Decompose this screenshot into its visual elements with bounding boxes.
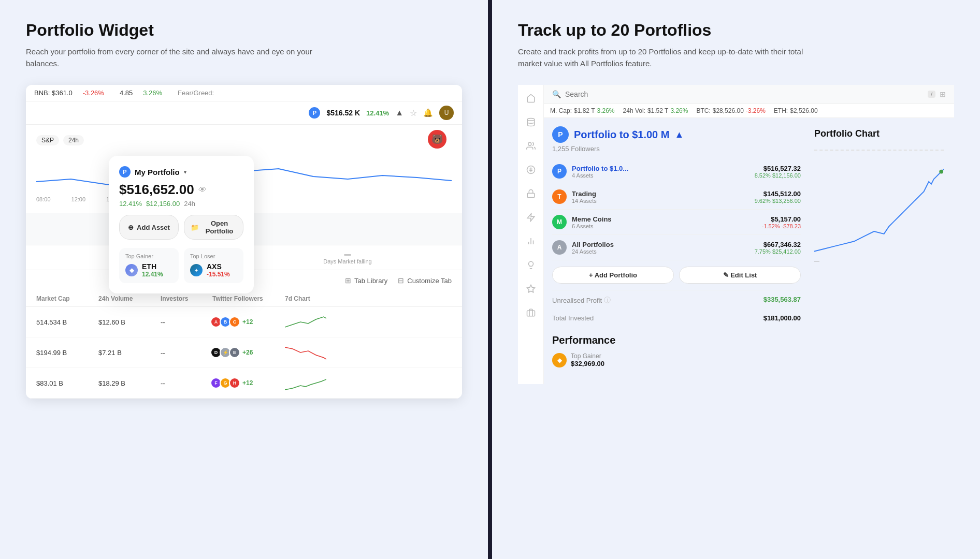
chevron-up-icon: ▲ [395,108,403,117]
nav-bulb-icon[interactable] [524,258,538,272]
cell-inv-1: -- [161,318,212,326]
nav-chart-icon[interactable] [524,234,538,248]
gainer-loser-section: Top Gainer ◆ ETH 12.41% Top Loser [119,248,243,283]
pi-name-4: All Portfolios [572,241,750,248]
tab-library-item[interactable]: ⊞ Tab Library [345,276,387,285]
open-portfolio-label: Open Portfolio [202,219,237,235]
pi-pct-1: 8.52% [755,172,771,179]
avatar-count-3: +12 [242,379,253,387]
pi-badge-3: M [552,215,567,229]
pi-name-2: Trading [572,190,750,198]
portfolio-item[interactable]: A All Portfolios 24 Assets $667,346.32 7… [552,235,801,260]
chart-filter-sp[interactable]: S&P [36,135,59,145]
add-portfolio-button[interactable]: + Add Portfolio [552,267,674,284]
cell-twitter-2: D ⚡ E +26 [212,347,285,358]
open-portfolio-button[interactable]: 📁 Open Portfolio [184,215,243,240]
ticker-bar: BNB: $361.0 -3.26% 4.85 3.26% Fear/Greed… [26,85,462,101]
vol-change: 3.26% [670,107,688,114]
widget-stats: 12.41% $12,156.00 24h [119,200,243,208]
eth-label: ETH: [774,107,788,114]
bell-icon[interactable]: 🔔 [423,108,433,117]
search-shortcut: / [928,91,935,98]
right-panel: Track up to 20 Portoflios Create and tra… [492,0,980,559]
pi-name-1: Portfolio to $1.0... [572,165,750,172]
avatar-count-1: +12 [242,318,253,326]
loser-coin: ✦ AXS -15.51% [190,262,237,278]
portfolio-list: P Portfolio to $1.0... 4 Assets $516,527… [552,159,801,260]
widget-popup: P My Portfolio ▾ $516,652.00 👁 12.41% $1… [109,156,254,293]
pi-changes-4: 7.75% $25,412.00 [755,248,801,255]
pi-assets-3: 6 Assets [572,223,757,229]
customize-tab-item[interactable]: ⊟ Customize Tab [398,276,452,285]
unrealised-value: $335,563.87 [763,296,801,305]
dropdown-chevron-icon[interactable]: ▾ [184,169,186,175]
widget-amount: $516,652.00 👁 [119,182,243,198]
cell-inv-3: -- [161,379,212,387]
nav-dollar-icon[interactable] [524,163,538,177]
edit-list-label: ✎ Edit List [723,271,757,279]
chart-toolbar: S&P 24h [36,135,452,145]
tab-library-label: Tab Library [354,277,387,285]
col-chart: 7d Chart [285,295,347,302]
stat-days-market: — Days Market falling [323,251,372,264]
nav-home-icon[interactable] [524,91,538,106]
total-invested-label: Total Invested [552,314,594,322]
search-icon: 🔍 [552,90,561,98]
pi-badge-1: P [552,164,567,179]
cell-vol-2: $7.21 B [98,349,161,357]
svg-point-9 [939,170,943,174]
portfolio-item[interactable]: P Portfolio to $1.0... 4 Assets $516,527… [552,159,801,184]
right-subtitle: Create and track profits from up to 20 P… [518,46,829,69]
ticker-bnb-price: BNB: $361.0 [34,89,73,97]
widget-change-val: $12,156.00 [146,200,180,208]
ticker-fear: Fear/Greed: [178,89,214,97]
widget-amount-value: $516,652.00 [119,182,194,198]
btc-change: -3.26% [746,107,766,114]
cell-mcap-1: 514.534 B [36,318,98,326]
add-asset-button[interactable]: ⊕ Add Asset [119,215,179,240]
market-mcap: M. Cap: $1.82 T 3.26% [550,107,615,114]
table-row: $83.01 B $18.29 B -- F G H +12 [26,368,462,399]
portfolio-value-display: $516.52 K [326,109,360,117]
widget-portfolio-badge: P [119,166,131,178]
search-bar: 🔍 / ⊞ [544,85,954,104]
cell-twitter-1: A B C +12 [212,316,285,328]
portfolio-item[interactable]: M Meme Coins 6 Assets $5,157.00 -1.52% -… [552,210,801,235]
left-panel: Portfolio Widget Reach your portfolio fr… [0,0,492,559]
chart-filter-24h[interactable]: 24h [63,135,84,145]
cell-vol-1: $12.60 B [98,318,161,326]
star-icon[interactable]: ☆ [410,108,417,118]
top-gainer-perf: ◆ Top Gainer $32,969.00 [552,352,801,367]
svg-marker-3 [527,214,535,222]
edit-list-button[interactable]: ✎ Edit List [679,267,801,284]
portfolio-item[interactable]: T Trading 14 Assets $145,512.00 9.62% $1… [552,184,801,210]
portfolio-and-chart: P Portfolio to $1.00 M ▲ 1,255 Followers… [544,118,954,384]
visibility-icon[interactable]: 👁 [198,185,207,195]
mcap-value: $1.82 T [574,107,595,114]
nav-users-icon[interactable] [524,139,538,153]
user-avatar[interactable]: U [439,106,454,120]
pi-amount-1: $516,527.32 [755,165,801,172]
folder-icon: 📁 [191,224,199,231]
right-title: Track up to 20 Portoflios [518,21,954,40]
pi-val-1: $12,156.00 [772,172,801,179]
mcap-change: 3.26% [597,107,615,114]
search-input[interactable] [565,90,924,98]
nav-lock-icon[interactable] [524,186,538,201]
nav-sidebar [518,85,544,384]
btc-value: $28,526.00 [713,107,744,114]
svg-rect-8 [527,311,535,316]
avatar-6: E [229,347,240,358]
nav-star-icon[interactable] [524,282,538,296]
pi-changes-1: 8.52% $12,156.00 [755,172,801,179]
col-volume: 24h Volume [98,295,161,302]
loser-info: AXS -15.51% [207,262,230,278]
pi-assets-2: 14 Assets [572,198,750,204]
nav-briefcase-icon[interactable] [524,305,538,320]
gainer-coin: ◆ ETH 12.41% [125,262,172,278]
pi-val-4: $25,412.00 [772,248,801,255]
left-title: Portfolio Widget [26,21,462,40]
nav-lightning-icon[interactable] [524,210,538,225]
nav-database-icon[interactable] [524,115,538,129]
portfolio-main-badge: P [552,126,569,143]
